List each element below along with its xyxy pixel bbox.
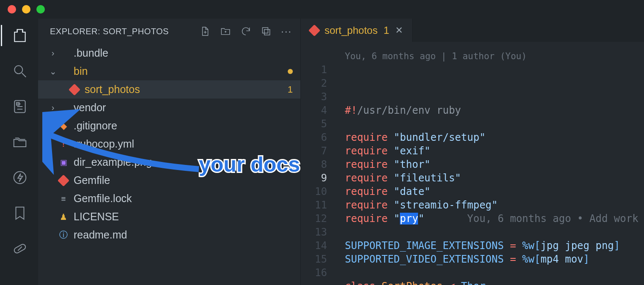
explorer-sidebar: EXPLORER: SORT_PHOTOS ··· ›.bundle⌄binso… [38,19,300,285]
close-window-icon[interactable] [8,5,16,14]
file-gemfile[interactable]: Gemfile [38,171,300,189]
svg-point-0 [14,66,22,74]
file-gemfile-lock[interactable]: ≡Gemfile.lock [38,189,300,208]
editor-tabs: sort_photos 1 ✕ [301,19,644,42]
maximize-window-icon[interactable] [36,5,45,14]
folders-icon[interactable] [11,134,28,151]
minimize-window-icon[interactable] [22,5,30,14]
code-line[interactable]: require "fileutils" [345,171,644,185]
explorer-header: EXPLORER: SORT_PHOTOS ··· [38,19,300,44]
tree-item-label: Gemfile [74,174,293,186]
file-dir-example-png[interactable]: ▣dir_example.png [38,153,300,171]
tab-sort-photos[interactable]: sort_photos 1 ✕ [301,19,413,42]
line-gutter: 12345678910111213141516 [301,50,335,285]
line-number[interactable]: 16 [301,266,327,280]
tab-badge: 1 [383,25,389,36]
chevron-icon: ⌄ [48,66,58,77]
code-content[interactable]: You, 6 months ago | 1 author (You) #!/us… [335,50,644,285]
file-license[interactable]: ♟LICENSE [38,208,300,226]
code-line[interactable] [345,117,644,131]
code-editor[interactable]: 12345678910111213141516 You, 6 months ag… [301,42,644,285]
line-number[interactable]: 10 [301,185,327,198]
code-line[interactable]: SUPPORTED_IMAGE_EXTENSIONS = %w[jpg jpeg… [345,239,644,252]
file-type-icon: ◆ [58,121,69,131]
code-lens[interactable]: You, 6 months ago | 1 author (You) [345,49,527,63]
line-number[interactable]: 12 [301,212,327,225]
folder--bundle[interactable]: ›.bundle [38,44,300,62]
tree-item-label: Gemfile.lock [74,192,293,205]
line-number[interactable]: 7 [301,144,327,158]
tree-item-label: vendor [74,101,293,114]
tree-item-label: .bundle [74,47,293,59]
svg-point-3 [14,172,26,184]
window-titlebar [0,0,644,19]
svg-rect-5 [262,27,268,33]
file-type-icon [69,85,80,94]
line-number[interactable]: 3 [301,90,327,104]
explorer-icon[interactable] [11,27,28,44]
file-type-icon [58,176,69,185]
tab-label: sort_photos [325,25,377,36]
file--gitignore[interactable]: ◆.gitignore [38,117,300,135]
line-number[interactable]: 4 [301,104,327,117]
code-line[interactable] [345,266,644,280]
chevron-icon: › [48,103,58,112]
more-icon[interactable]: ··· [281,25,292,37]
line-number[interactable]: 9 [301,171,327,185]
code-line[interactable]: require "exif" [345,144,644,158]
chevron-icon: › [48,48,58,58]
file-type-icon: ≡ [58,194,69,203]
line-number[interactable]: 8 [301,158,327,171]
line-number[interactable]: 1 [301,63,327,77]
lightning-icon[interactable] [11,169,28,186]
search-icon[interactable] [11,63,28,79]
activity-bar [0,19,38,285]
line-number[interactable]: 6 [301,131,327,144]
collapse-icon[interactable] [261,26,272,37]
tree-item-label: LICENSE [74,211,293,223]
code-line[interactable]: require "bundler/setup" [345,131,644,144]
code-line[interactable]: require "thor" [345,158,644,171]
line-number[interactable]: 5 [301,117,327,131]
tree-item-label: dir_example.png [74,156,293,168]
tree-item-label: readme.md [74,229,293,241]
code-line[interactable]: require "date" [345,185,644,198]
editor-group: sort_photos 1 ✕ 12345678910111213141516 … [300,19,644,285]
line-number[interactable]: 14 [301,239,327,252]
code-line[interactable]: require "streamio-ffmpeg" [345,198,644,212]
tree-item-label: .rubocop.yml [74,138,293,150]
code-line[interactable]: #!/usr/bin/env ruby [345,104,644,117]
bookmark-icon[interactable] [11,205,28,222]
code-line[interactable]: SUPPORTED_VIDEO_EXTENSIONS = %w[mp4 mov] [345,252,644,266]
code-line[interactable] [345,225,644,239]
pill-icon[interactable] [11,240,28,257]
code-line[interactable]: class SortPhotos < Thor [345,280,644,285]
close-tab-icon[interactable]: ✕ [395,25,403,36]
file--rubocop-yml[interactable]: !.rubocop.yml [38,135,300,153]
new-folder-icon[interactable] [220,26,231,37]
line-number[interactable]: 13 [301,225,327,239]
file-readme-md[interactable]: ⓘreadme.md [38,226,300,244]
explorer-actions: ··· [200,25,292,37]
line-number[interactable]: 2 [301,77,327,90]
folder-vendor[interactable]: ›vendor [38,99,300,117]
refresh-icon[interactable] [240,26,251,37]
folder-bin[interactable]: ⌄bin [38,62,300,80]
tree-item-label: sort_photos [85,83,288,96]
file-type-icon: ♟ [58,212,69,222]
change-badge: 1 [288,84,293,95]
tree-item-label: .gitignore [74,120,293,132]
svg-rect-6 [264,30,270,35]
file-sort-photos[interactable]: sort_photos1 [38,80,300,99]
tree-item-label: bin [74,65,288,77]
code-line[interactable]: require "pry" You, 6 months ago • Add wo… [345,212,644,225]
line-number[interactable]: 11 [301,198,327,212]
modified-dot-icon [288,69,293,74]
docs-icon[interactable] [11,98,28,115]
line-number[interactable]: 15 [301,252,327,266]
file-type-icon: ▣ [58,158,69,167]
file-tree: ›.bundle⌄binsort_photos1›vendor◆.gitigno… [38,44,300,285]
new-file-icon[interactable] [200,26,211,37]
file-type-icon: ⓘ [58,229,69,241]
explorer-title: EXPLORER: SORT_PHOTOS [50,27,200,36]
